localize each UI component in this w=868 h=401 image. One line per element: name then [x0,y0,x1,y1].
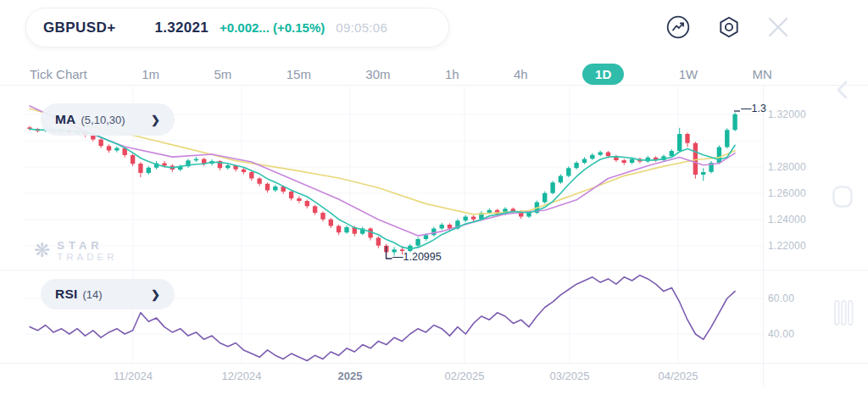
star-logo-icon: ❋ [34,241,50,260]
rsi-indicator-pill[interactable]: RSI (14) ❯ [41,279,175,309]
panel-toggle-icon[interactable] [832,185,854,209]
main-chart-canvas[interactable] [0,0,868,401]
ma-indicator-params: (5,10,30) [81,114,125,126]
ma-indicator-pill[interactable]: MA (5,10,30) ❯ [41,103,175,136]
time-axis-label: 03/2025 [536,370,604,382]
time-axis-label: 02/2025 [431,370,498,382]
axis-label: 1.32000 [768,109,806,120]
low-price-annotation: —1.20995 [392,251,442,263]
watermark-line1: STAR [57,239,117,252]
collapse-chevron-icon[interactable] [834,80,851,100]
ma-indicator-name: MA [55,112,76,127]
chevron-right-icon: ❯ [151,288,160,301]
time-axis-label: 11/2024 [99,370,167,382]
time-axis-label: 2025 [316,370,384,382]
rsi-indicator-name: RSI [55,287,77,302]
axis-label: 1.22000 [768,240,806,252]
chevron-right-icon: ❯ [151,114,160,126]
last-price-annotation: —1.32 [741,103,766,114]
rsi-indicator-params: (14) [82,288,102,301]
axis-label: 40.00 [768,328,794,340]
watermark-line2: TRADER [57,252,117,262]
time-axis-label: 04/2025 [644,370,712,382]
resize-handle-icon[interactable] [833,299,854,326]
broker-watermark: ❋ STAR TRADER [34,239,118,262]
axis-label: 1.28000 [768,161,806,173]
trading-chart-app: { "topbar": { "symbol": "GBPUSD+", "pric… [0,0,868,401]
axis-label: 1.24000 [768,214,806,226]
axis-label: 60.00 [768,292,794,304]
time-axis-label: 12/2024 [208,370,275,382]
axis-label: 1.26000 [768,187,806,199]
